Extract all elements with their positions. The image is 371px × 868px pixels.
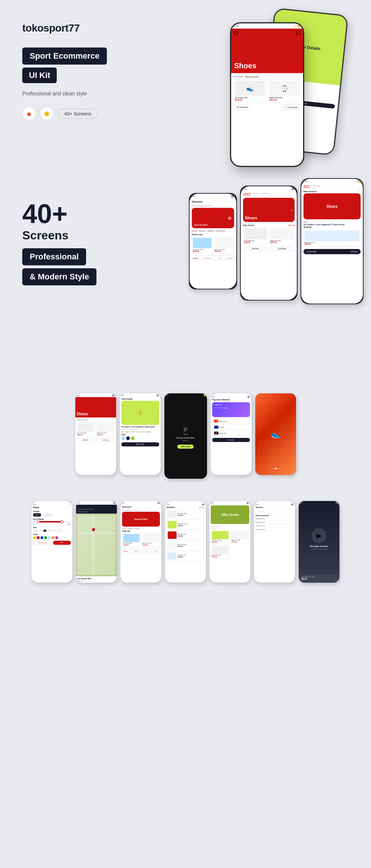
add-filter-btn-2[interactable]: Add Filter [243,247,268,251]
showcase-phone-promo: 9:41▌▌ ▶ Nike Night Top Shoe ★★★★☆ (74 r… [299,501,339,583]
professional-badge: Professional [22,248,86,265]
showcase-phone-search: 9:41▌▌ Search ⌕Search... Recent searches… [254,501,295,583]
figma-icon: ◆ [22,107,36,120]
screens-section: 40+ Screens Professional & Modern Style … [0,186,371,371]
showcase-phone-filter: 9:41× Filter Gender Men Women Price Rang… [32,501,72,583]
preview-phone-1: 9:41▌▌ Discover Find anything you want! … [189,193,237,289]
cart-empty-btn[interactable]: 🛒 Cart Empty [280,105,301,110]
showcase-phone-iphone14: 9:41📶 📱 iPhone 14 Pro Max $1000.00 Add t… [164,393,207,479]
tools-row: ◆ ⬣ 40+ Screens [22,107,163,120]
add-filter-btn[interactable]: ☰ Add Filter [233,105,252,110]
showcase-phone-payment: 9:41▌▌ Payment Method Credit Card **** *… [211,393,252,475]
cart-empty-btn-2[interactable]: Cart Empty [270,247,295,251]
showcase-phone-category: 9:41▌▌ Shoes New Arrival ▾ Air Jordan XX… [75,393,116,475]
phone-mockup-front: 9:41⚡ 📶 Shoes ‹ ♡ 24 of 164 New Arrival … [230,22,304,167]
sketch-icon: ⬣ [40,107,53,120]
showcase-phone-discover2: 9:41▌▌ Discover Find anything you want! … [121,501,161,583]
showcase-phone-map: 9:41▌▌ Shoes Surabaya, East Java Street … [76,501,117,583]
modern-style-badge: & Modern Style [22,268,96,285]
title-badge-line1: Sport Ecommerce [22,48,107,65]
showcase-phone-discover3: 9:41▌▌ Nike Green New Arrival ▾ 10 Items… [210,501,250,583]
product1-price: $240.00 [235,99,265,101]
preview-phone-3: 9:41⚡📶 Shoes Lifestyle New Arrival ▾ ♡ S… [301,178,364,304]
hero-phones: Order Details Air Jordan 1 Low Fragment … [163,15,349,171]
special-offer-label: Special Offer [194,224,208,226]
showcase-phone-order: 9:41▌▌ Order Details 🏃 Air Jordan 1 Low … [120,393,161,475]
screens-preview-grid: 9:41▌▌ Discover Find anything you want! … [189,193,364,304]
brand-logo: tokosport77 [22,22,163,34]
hero-subtitle: Professional and clean style [22,91,163,96]
screens-count-badge: 40+ Screens [58,109,98,119]
hero-section: tokosport77 Sport Ecommerce UI Kit Profe… [0,0,371,186]
title-badge-line2: UI Kit [22,68,57,83]
hero-left: tokosport77 Sport Ecommerce UI Kit Profe… [22,15,163,120]
title-badges: Sport Ecommerce UI Kit [22,48,163,83]
showcase-phones-row2: 9:41× Filter Gender Men Women Price Rang… [7,494,364,597]
preview-phone-2: 9:41▌▌ Gadgets Shoes Lifestyle Shoes ⌕ N… [240,186,298,301]
showcase-phones-row1: 9:41▌▌ Shoes New Arrival ▾ Air Jordan XX… [7,386,364,494]
showcase-section: 9:41▌▌ Shoes New Arrival ▾ Air Jordan XX… [0,371,371,668]
flash-sale-label: Flash sale [190,233,236,236]
showcase-phone-wishlist: 9:41▌▌ Wishlist 10 items Air Jordan XXX.… [165,501,206,583]
product2-price: $110.00 [269,99,299,101]
showcase-phone-sport-photo: 👟 [255,393,296,475]
shoes-banner-label: Shoes [234,62,256,70]
